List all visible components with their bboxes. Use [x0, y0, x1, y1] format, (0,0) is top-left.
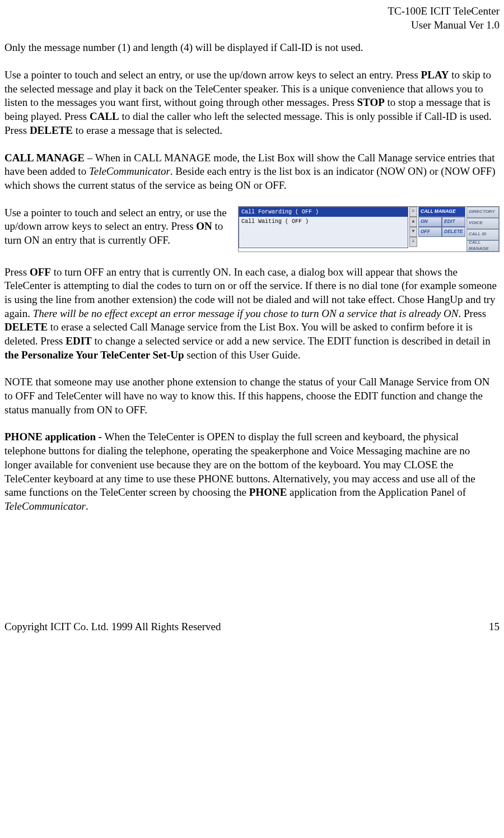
app-tabs: DIRECTORY VOICE CALL ID CALL MANAGE	[466, 207, 499, 252]
paragraph-1: Only the message number (1) and length (…	[4, 41, 500, 55]
tab-voice[interactable]: VOICE	[466, 218, 499, 229]
phone-label: PHONE	[249, 486, 287, 498]
play-label: PLAY	[421, 69, 449, 81]
tab-directory[interactable]: DIRECTORY	[466, 207, 499, 218]
figure-block: Use a pointer to touch and select an ent…	[4, 206, 500, 252]
delete-label: DELETE	[30, 124, 73, 136]
delete-button[interactable]: DELETE	[442, 227, 465, 237]
paragraph-6: NOTE that someone may use another phone …	[4, 375, 500, 417]
paragraph-4: Use a pointer to touch and select an ent…	[4, 206, 231, 248]
telecommunicator-term: TeleCommunicator	[89, 165, 170, 177]
header-subtitle: User Manual Ver 1.0	[4, 18, 500, 32]
edit-label: EDIT	[66, 335, 91, 347]
off-button[interactable]: OFF	[418, 227, 442, 237]
listbox-row-forwarding[interactable]: Call Forwarding ( OFF )	[239, 207, 408, 217]
callmanage-screenshot: Call Forwarding ( OFF ) Call Waiting ( O…	[238, 206, 500, 252]
delete-label-2: DELETE	[4, 321, 48, 333]
off-label: OFF	[30, 266, 51, 278]
phone-heading: PHONE application -	[4, 431, 102, 443]
tab-callid[interactable]: CALL ID	[466, 229, 499, 240]
stop-label: STOP	[357, 96, 385, 108]
listbox-row-waiting[interactable]: Call Waiting ( OFF )	[239, 217, 408, 226]
listbox-scrollbar[interactable]: ≡ ▲ ▼ ≡	[409, 207, 417, 247]
on-button[interactable]: ON	[418, 217, 442, 227]
page-number: 15	[489, 620, 500, 634]
call-label: CALL	[90, 110, 119, 122]
document-footer: Copyright ICIT Co. Ltd. 1999 All Rights …	[4, 620, 500, 634]
paragraph-2: Use a pointer to touch and select an ent…	[4, 68, 500, 137]
telecommunicator-term-2: TeleCommunicator	[4, 500, 86, 512]
note-italic: There will be no effect except an error …	[33, 308, 459, 319]
service-listbox[interactable]: Call Forwarding ( OFF ) Call Waiting ( O…	[239, 207, 408, 248]
edit-button[interactable]: EDIT	[442, 217, 465, 227]
paragraph-3: CALL MANAGE – When in CALL MANAGE mode, …	[4, 151, 500, 193]
paragraph-7: PHONE application - When the TeleCenter …	[4, 430, 500, 513]
callmanage-heading: CALL MANAGE	[4, 152, 85, 164]
on-label: ON	[196, 220, 212, 232]
tab-callmanage[interactable]: CALL MANAGE	[466, 240, 499, 252]
personalize-section-ref: the Personalize Your TeleCenter Set-Up	[4, 349, 184, 361]
header-title: TC-100E ICIT TeleCenter	[4, 4, 500, 18]
scroll-bottom-icon[interactable]: ≡	[409, 237, 417, 247]
scroll-top-icon[interactable]: ≡	[409, 207, 417, 217]
copyright-text: Copyright ICIT Co. Ltd. 1999 All Rights …	[4, 620, 221, 634]
document-header: TC-100E ICIT TeleCenter User Manual Ver …	[4, 4, 500, 32]
callmanage-button[interactable]: CALL MANAGE	[418, 207, 465, 217]
action-button-grid: CALL MANAGE ON EDIT OFF DELETE	[418, 207, 465, 252]
paragraph-5: Press OFF to turn OFF an entry that is c…	[4, 266, 500, 362]
scroll-up-icon[interactable]: ▲	[409, 217, 417, 227]
scroll-down-icon[interactable]: ▼	[409, 227, 417, 237]
